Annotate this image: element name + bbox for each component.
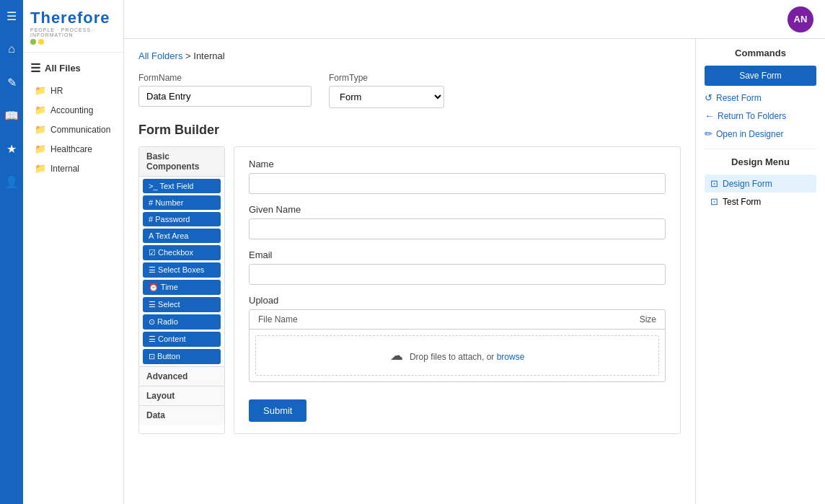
edit-icon[interactable]: ✎: [1, 72, 22, 92]
upload-browse-link[interactable]: browse: [497, 352, 525, 362]
book-icon[interactable]: 📖: [1, 105, 22, 125]
sidebar-item-hr[interactable]: 📁 HR: [23, 81, 123, 100]
folder-icon-accounting: 📁: [35, 105, 46, 115]
data-section[interactable]: Data: [139, 405, 224, 425]
all-files-label: All Files: [45, 63, 81, 74]
folder-label-communication: Communication: [50, 125, 110, 135]
preview-given-name-input[interactable]: [249, 218, 666, 239]
preview-given-name-label: Given Name: [249, 204, 666, 215]
basic-components-header: Basic Components: [139, 147, 224, 177]
open-in-designer-link[interactable]: ✏ Open in Designer: [705, 126, 816, 141]
component-text-area[interactable]: A Text Area: [143, 229, 221, 243]
sidebar: Therefore PEOPLE · PROCESS · INFORMATION…: [23, 0, 124, 504]
open-in-designer-label: Open in Designer: [716, 129, 783, 139]
upload-col-size: Size: [599, 314, 656, 324]
preview-email-label: Email: [249, 249, 666, 260]
breadcrumb: All Folders > Internal: [138, 50, 681, 61]
layout-section[interactable]: Layout: [139, 386, 224, 405]
design-form-icon: ⊡: [710, 178, 718, 189]
builder-area: Basic Components >_ Text Field # Number …: [138, 146, 681, 434]
test-form-icon: ⊡: [710, 196, 718, 207]
component-number[interactable]: # Number: [143, 195, 221, 210]
return-icon: ←: [705, 110, 714, 121]
upload-col-name: File Name: [258, 314, 599, 324]
logo-dots: [30, 39, 116, 45]
preview-name-label: Name: [249, 159, 666, 169]
form-name-label: FormName: [138, 73, 312, 83]
component-time[interactable]: ⏰ Time: [143, 280, 221, 295]
icon-bar: ☰ ⌂ ✎ 📖 ★ 👤: [0, 0, 23, 504]
preview-upload-group: Upload File Name Size ☁ Drop files to at…: [249, 295, 666, 382]
preview-name-input[interactable]: [249, 173, 666, 194]
test-form-label: Test Form: [723, 197, 761, 207]
folder-icon-hr: 📁: [35, 85, 46, 96]
upload-area: File Name Size ☁ Drop files to attach, o…: [249, 309, 666, 382]
form-type-group: FormType Form Template Report: [329, 73, 444, 108]
breadcrumb-separator: >: [185, 50, 193, 61]
preview-email-input[interactable]: [249, 264, 666, 285]
sidebar-item-healthcare[interactable]: 📁 Healthcare: [23, 139, 123, 159]
design-form-label: Design Form: [723, 179, 772, 189]
folder-icon-internal: 📁: [35, 163, 46, 174]
divider: [705, 149, 816, 149]
sidebar-item-internal[interactable]: 📁 Internal: [23, 159, 123, 178]
home-icon[interactable]: ⌂: [1, 39, 22, 59]
logo-subtitle: PEOPLE · PROCESS · INFORMATION: [30, 27, 116, 37]
component-select[interactable]: ☰ Select: [143, 297, 221, 312]
folder-label-accounting: Accounting: [50, 105, 93, 115]
component-button[interactable]: ⊡ Button: [143, 349, 221, 364]
star-icon[interactable]: ★: [1, 138, 22, 159]
breadcrumb-current: Internal: [193, 50, 224, 61]
sidebar-title-area: ☰ All Files: [23, 53, 123, 81]
advanced-section[interactable]: Advanced: [139, 366, 224, 386]
upload-drop-text: Drop files to attach, or: [410, 352, 497, 362]
component-select-boxes[interactable]: ☰ Select Boxes: [143, 262, 221, 278]
component-content[interactable]: ☰ Content: [143, 332, 221, 347]
folder-icon-communication: 📁: [35, 124, 46, 135]
preview-email-group: Email: [249, 249, 666, 285]
component-password[interactable]: # Password: [143, 212, 221, 226]
person-icon[interactable]: 👤: [1, 172, 22, 192]
submit-button[interactable]: Submit: [249, 399, 306, 422]
logo-dot-green: [30, 39, 36, 45]
reset-form-label: Reset Form: [716, 93, 762, 103]
right-panel: Commands Save Form ↺ Reset Form ← Return…: [695, 39, 825, 504]
breadcrumb-parent[interactable]: All Folders: [138, 50, 182, 61]
center-panel: All Folders > Internal FormName FormType…: [124, 39, 695, 504]
reset-form-link[interactable]: ↺ Reset Form: [705, 90, 816, 105]
design-menu-item-test-form[interactable]: ⊡ Test Form: [705, 193, 816, 211]
form-builder-title: Form Builder: [138, 123, 681, 138]
form-type-select[interactable]: Form Template Report: [329, 86, 444, 108]
sidebar-item-accounting[interactable]: 📁 Accounting: [23, 100, 123, 120]
menu-icon[interactable]: ☰: [1, 6, 22, 26]
main: AN All Folders > Internal FormName FormT…: [124, 0, 825, 504]
commands-title: Commands: [705, 48, 816, 58]
form-name-input[interactable]: [138, 86, 312, 107]
preview-name-group: Name: [249, 159, 666, 194]
form-type-label: FormType: [329, 73, 444, 83]
preview-upload-label: Upload: [249, 295, 666, 306]
components-panel: Basic Components >_ Text Field # Number …: [138, 146, 225, 434]
folder-icon-healthcare: 📁: [35, 143, 46, 154]
design-menu-title: Design Menu: [705, 156, 816, 167]
save-form-button[interactable]: Save Form: [705, 66, 816, 86]
form-preview: Name Given Name Email Upload: [234, 146, 681, 434]
sidebar-hamburger-icon[interactable]: ☰: [30, 61, 40, 75]
upload-drop-zone[interactable]: ☁ Drop files to attach, or browse: [255, 335, 659, 376]
avatar[interactable]: AN: [788, 6, 813, 32]
logo: Therefore PEOPLE · PROCESS · INFORMATION: [30, 9, 116, 45]
sidebar-logo-area: Therefore PEOPLE · PROCESS · INFORMATION: [23, 0, 123, 53]
logo-dot-yellow: [38, 39, 44, 45]
component-radio[interactable]: ⊙ Radio: [143, 314, 221, 330]
folder-label-internal: Internal: [50, 164, 79, 174]
component-checkbox[interactable]: ☑ Checkbox: [143, 245, 221, 260]
upload-cloud-icon: ☁: [390, 348, 403, 363]
component-text-field[interactable]: >_ Text Field: [143, 179, 221, 193]
sidebar-item-communication[interactable]: 📁 Communication: [23, 120, 123, 139]
reset-icon: ↺: [705, 92, 712, 103]
return-to-folders-label: Return To Folders: [718, 111, 786, 121]
return-to-folders-link[interactable]: ← Return To Folders: [705, 108, 816, 123]
upload-header: File Name Size: [250, 310, 665, 330]
topbar: AN: [124, 0, 825, 39]
design-menu-item-design-form[interactable]: ⊡ Design Form: [705, 174, 816, 193]
